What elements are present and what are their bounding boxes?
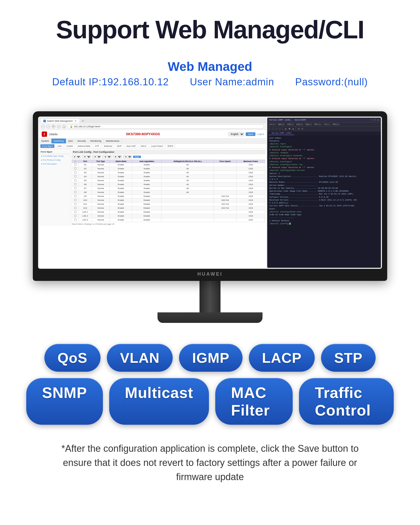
table-row: 0/2 Normal Enable Enable All 1518 [72, 167, 265, 171]
cli-close[interactable]: ✕ [377, 118, 379, 122]
cli-menu-view[interactable]: 查看(V) [287, 123, 294, 126]
cell-maxframe: 1518 [236, 210, 265, 214]
subnav-multicast[interactable]: Multicast [102, 144, 114, 148]
forward-button[interactable]: → [46, 125, 50, 128]
subnav-stp[interactable]: STP [93, 144, 101, 148]
table-row: LAG 1 Normal Enable Disable 1518 [72, 210, 265, 214]
cli-tool-4[interactable]: □ [279, 127, 281, 131]
force-speed-filter[interactable]: ▼ [123, 155, 132, 159]
cell-port: LAG 3 [79, 218, 92, 222]
nav-security[interactable]: Security [75, 139, 88, 143]
cell-admin: Enable [110, 167, 132, 171]
nav-monitoring[interactable]: Monitoring [88, 139, 104, 143]
port-filter[interactable]: ▼ [72, 155, 81, 159]
language-select[interactable]: English [228, 132, 244, 136]
cell-port: 0/6 [79, 182, 92, 186]
cell-port: 0/10 [79, 198, 92, 202]
cli-tool-7[interactable]: ◀ [291, 127, 294, 131]
cli-menu-options[interactable]: 选项(O) [296, 123, 303, 126]
refresh-button[interactable]: ↻ [52, 125, 55, 128]
nav-qos[interactable]: QoS [66, 139, 75, 143]
cli-tool-3[interactable]: □ [275, 127, 278, 131]
active-tab[interactable]: Switch Web Managment ✕ [41, 119, 79, 123]
cli-maximize[interactable]: □ [374, 118, 376, 122]
subnav-address-table[interactable]: AddressTable [76, 144, 92, 148]
cell-cb [72, 214, 79, 218]
tab-bar: Switch Web Managment ✕ + [39, 118, 266, 123]
cell-cb [72, 198, 79, 202]
sidebar-port-media[interactable]: Port Media Type Config [39, 154, 70, 158]
cli-line: ------- ---- -------- [269, 216, 379, 219]
subnav-ports-mgmt[interactable]: Ports Mgmt [40, 144, 55, 148]
cell-port: 0/3 [79, 171, 92, 175]
subnav-lag[interactable]: LAG [56, 144, 64, 148]
cell-ability [161, 218, 214, 222]
cli-line: Burned in Mac Address...................… [269, 187, 379, 190]
cell-type: Normal [92, 171, 110, 175]
cli-tool-8[interactable]: ⊞ [297, 127, 300, 131]
cell-force: 10G Full [214, 198, 236, 202]
cli-tool-6[interactable]: ■ [288, 127, 291, 131]
subnav-loop-protect[interactable]: Loop Protect [149, 144, 165, 148]
cli-menu-help[interactable]: 帮助(H) [333, 123, 340, 126]
auto-neg-filter[interactable]: ▼ [102, 155, 112, 159]
cli-line: (Switch) >enable [269, 151, 379, 154]
nav-maintenance[interactable]: Maintenance [104, 139, 122, 143]
apply-button[interactable]: Apply [133, 156, 141, 158]
badges-section: QoS VLAN IGMP LACP STP SNMP Multicast MA… [26, 344, 394, 431]
monitor-stand-base [158, 312, 262, 323]
logout-link[interactable]: Logout [257, 133, 264, 135]
svg-text:Z: Z [44, 133, 45, 136]
admin-mode-filter[interactable]: ▼ [92, 155, 101, 159]
cell-force [214, 218, 236, 222]
th-maxframe: Maximum Frame [236, 160, 265, 163]
sidebar-port-desc[interactable]: Port Description [39, 162, 70, 166]
cell-maxframe: 1518 [236, 206, 265, 210]
cell-autoneg: Enable [132, 190, 161, 194]
cli-menu-tools[interactable]: 工具(L) [323, 123, 330, 126]
new-tab-button[interactable]: + [80, 119, 85, 123]
subnav-mvr[interactable]: MVR [115, 144, 123, 148]
cli-menu-transfer[interactable]: 传输(T) [305, 123, 312, 126]
back-button[interactable]: ← [41, 125, 45, 128]
cell-admin: Enable [110, 186, 132, 190]
cell-maxframe: 1518 [236, 190, 265, 194]
table-row: 0/7 Normal Enable Enable All 1518 [72, 186, 265, 190]
cli-tool-5[interactable]: ▶ [285, 127, 287, 131]
cli-menu-script[interactable]: 脚本(S) [314, 123, 321, 126]
cell-admin: Enable [110, 190, 132, 194]
cli-tool-2[interactable]: □ [272, 127, 274, 131]
cell-cb [72, 186, 79, 190]
port-type-filter[interactable]: ▼ [82, 155, 91, 159]
cell-cb [72, 190, 79, 194]
nav-switching[interactable]: Switching [51, 139, 66, 143]
cli-tab[interactable]: Serial-COM7 (136) [269, 132, 294, 135]
cli-tool-9[interactable]: ⊟ [301, 127, 304, 131]
cell-cb [72, 163, 79, 167]
sidebar-port-protocol[interactable]: Port Protocol Config [39, 158, 70, 162]
save-button[interactable]: Save [246, 132, 255, 136]
cli-output: User:admin Password: (Switch) >quit (Swi… [267, 135, 381, 268]
cell-force [214, 186, 236, 190]
badge-qos: QoS [44, 344, 101, 372]
monitor-stand-neck [200, 281, 220, 312]
cell-cb [72, 202, 79, 206]
cli-menu-file[interactable]: 文件(F) [269, 123, 276, 126]
nav-system[interactable]: System [39, 139, 51, 143]
home-button[interactable]: ⌂ [57, 125, 61, 128]
cell-autoneg: Enable [132, 163, 161, 167]
ability-filter[interactable]: ▼ [113, 155, 122, 159]
subnav-auto-voip[interactable]: Auto-VoIP [124, 144, 138, 148]
address-bar[interactable]: 🔒 192.168.10.12/login.htm# [67, 124, 264, 129]
cli-minimize[interactable]: — [371, 118, 372, 122]
cell-autoneg: Disable [132, 210, 161, 214]
cli-menu-edit[interactable]: 编辑(E) [278, 123, 285, 126]
security-button[interactable]: △ [62, 125, 66, 128]
subnav-vlans[interactable]: VLANs [65, 144, 75, 148]
cli-line: % Invalid input detected at '^' marker. [269, 157, 379, 160]
cli-line: (Switch) (Config)█ [269, 222, 379, 225]
cli-line: 1.0.1.4 [269, 178, 379, 181]
subnav-erps[interactable]: ERPS [166, 144, 175, 148]
cli-tool-1[interactable]: □ [268, 127, 271, 131]
subnav-udld[interactable]: UDLD [139, 144, 148, 148]
